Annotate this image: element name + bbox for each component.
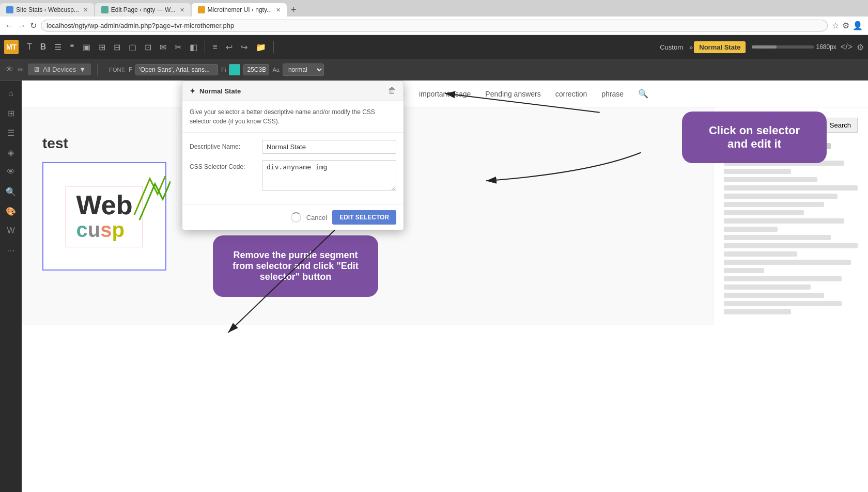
px-value: 1680px	[816, 43, 836, 51]
nav-link-correction[interactable]: correction	[555, 90, 587, 98]
tab-icon-microthemer	[198, 6, 205, 13]
tab-site-stats[interactable]: Site Stats ‹ Webcusp... ✕	[0, 3, 94, 17]
sidebar-icon-wordpress[interactable]: W	[2, 222, 20, 240]
text-line	[724, 185, 858, 191]
cut-tool-button[interactable]: ✂	[172, 40, 184, 54]
edit-icon[interactable]: ✏	[18, 66, 24, 74]
text-line	[724, 169, 791, 174]
sidebar-icon-selectors[interactable]: ☰	[2, 124, 20, 141]
forward-button[interactable]: →	[18, 21, 26, 30]
browser-chrome: Site Stats ‹ Webcusp... ✕ Edit Page ‹ ng…	[0, 0, 868, 35]
text-line	[724, 235, 831, 240]
nav-link-important[interactable]: important usage	[419, 90, 471, 98]
px-display: 1680px	[752, 43, 836, 51]
reload-button[interactable]: ↻	[30, 21, 37, 30]
text-line	[724, 301, 842, 306]
mail-tool-button[interactable]: ✉	[157, 40, 169, 54]
breadcrumb-custom[interactable]: Custom	[655, 41, 688, 53]
tab-close-site-stats[interactable]: ✕	[83, 7, 88, 13]
annotation-remove-box: Remove the purple segment from selector …	[213, 235, 378, 297]
sidebar-icon-home[interactable]: ⌂	[2, 85, 20, 102]
box-tool-button[interactable]: ▣	[80, 40, 94, 54]
font-color-swatch[interactable]	[229, 64, 240, 75]
flex-tool-button[interactable]: ⊞	[96, 40, 109, 54]
sidebar-icon-eye[interactable]: 👁	[2, 163, 20, 181]
sidebar-search-button[interactable]: Search	[824, 118, 858, 133]
device-selector[interactable]: 🖥 All Devices ▼	[28, 64, 91, 75]
toolbar-right: 1680px </> ⚙	[752, 42, 864, 52]
bold-tool-button[interactable]: B	[37, 40, 50, 54]
dialog-body: Descriptive Name: CSS Selector Code: div…	[182, 133, 404, 204]
dialog-star-icon: ✦	[190, 87, 195, 95]
font-family-input[interactable]	[135, 64, 218, 75]
tab-microthemer[interactable]: Microthemer UI ‹ ngty... ✕	[192, 3, 287, 17]
cancel-button[interactable]: Cancel	[306, 214, 327, 221]
nav-link-phrase[interactable]: phrase	[601, 90, 624, 98]
tab-label-site-stats: Site Stats ‹ Webcusp...	[16, 6, 79, 13]
px-thumb	[752, 45, 777, 49]
address-bar-icons: ☆ ⚙ 👤	[832, 21, 863, 30]
css-selector-textarea[interactable]: div.anyname <span class="css-highlight">…	[262, 160, 396, 191]
list-tool-button[interactable]: ☰	[51, 40, 65, 54]
content-area: home Sample Page test Uncategorized impo…	[22, 81, 868, 492]
descriptive-name-input[interactable]	[262, 140, 396, 154]
dialog-title: ✦ Normal State	[190, 87, 241, 95]
sidebar-icon-dots[interactable]: ⋯	[2, 242, 20, 259]
divider-tool-button[interactable]: ⊡	[142, 40, 154, 54]
site-nav: home Sample Page test Uncategorized impo…	[22, 81, 868, 107]
tab-edit-page[interactable]: Edit Page ‹ ngty — W... ✕	[95, 3, 191, 17]
main-layout: ⌂ ⊞ ☰ ◈ 👁 🔍 🎨 W ⋯ home Sample Page test …	[0, 81, 868, 492]
settings-button[interactable]: ⚙	[857, 42, 864, 52]
text-line	[724, 284, 811, 290]
sidebar-icon-media[interactable]: ◈	[2, 144, 20, 161]
sidebar-icon-search[interactable]: 🔍	[2, 183, 20, 200]
redo-button[interactable]: ↪	[238, 40, 251, 54]
extensions-icon[interactable]: ⚙	[842, 21, 849, 30]
border-tool-button[interactable]: ▢	[126, 40, 140, 54]
folder-button[interactable]: 📁	[253, 40, 269, 54]
selector-dialog: ✦ Normal State 🗑 Give your selector a be…	[182, 81, 404, 230]
text-line	[724, 293, 824, 298]
secondary-toolbar: 👁 ✏ 🖥 All Devices ▼ FONT: F Fi Aa normal…	[0, 59, 868, 81]
user-icon[interactable]: 👤	[853, 21, 863, 30]
text-tool-button[interactable]: T	[24, 40, 35, 54]
nav-search-icon[interactable]: 🔍	[638, 89, 648, 99]
font-color-input[interactable]	[243, 64, 269, 75]
loading-spinner	[291, 212, 301, 223]
font-section: FONT: F Fi Aa normal bold italic	[109, 64, 324, 76]
dialog-title-text: Normal State	[199, 87, 241, 95]
edit-selector-button[interactable]: EDIT SELECTOR	[332, 210, 396, 225]
sidebar-icon-layers[interactable]: ⊞	[2, 104, 20, 122]
grid-tool-button[interactable]: ⊟	[111, 40, 123, 54]
align-tool-button[interactable]: ≡	[209, 40, 220, 54]
breadcrumb-normal-state[interactable]: Normal State	[694, 41, 746, 53]
annotation-click-box: Click on selector and edit it	[682, 112, 827, 163]
text-line	[724, 243, 858, 248]
toolbar-separator-1	[205, 41, 205, 53]
dialog-delete-button[interactable]: 🗑	[388, 86, 396, 96]
new-tab-button[interactable]: +	[291, 5, 297, 15]
mt-logo: MT	[4, 40, 19, 54]
code-view-button[interactable]: </>	[841, 42, 853, 52]
address-bar: ← → ↻ ☆ ⚙ 👤	[0, 17, 868, 35]
dialog-footer: Cancel EDIT SELECTOR	[182, 204, 404, 230]
tab-close-edit-page[interactable]: ✕	[180, 7, 184, 13]
text-line	[724, 268, 764, 273]
font-style-select[interactable]: normal bold italic	[283, 64, 324, 76]
dialog-header: ✦ Normal State 🗑	[182, 81, 404, 101]
webcusp-logo-box: Web c u s p	[42, 162, 166, 271]
secondary-separator	[97, 64, 98, 76]
nav-link-pending[interactable]: Pending answers	[485, 90, 540, 98]
preview-toggle-button[interactable]: 👁	[5, 65, 13, 74]
color-tool-button[interactable]: ◧	[187, 40, 200, 54]
address-input[interactable]	[41, 20, 828, 31]
quote-tool-button[interactable]: ❝	[67, 40, 78, 54]
text-line	[724, 260, 851, 265]
sidebar-icon-paint[interactable]: 🎨	[2, 202, 20, 220]
back-button[interactable]: ←	[5, 21, 13, 30]
tab-close-microthemer[interactable]: ✕	[276, 7, 281, 13]
undo-button[interactable]: ↩	[223, 40, 236, 54]
tab-bar: Site Stats ‹ Webcusp... ✕ Edit Page ‹ ng…	[0, 0, 868, 17]
descriptive-name-label: Descriptive Name:	[190, 140, 262, 150]
bookmark-icon[interactable]: ☆	[832, 21, 839, 30]
